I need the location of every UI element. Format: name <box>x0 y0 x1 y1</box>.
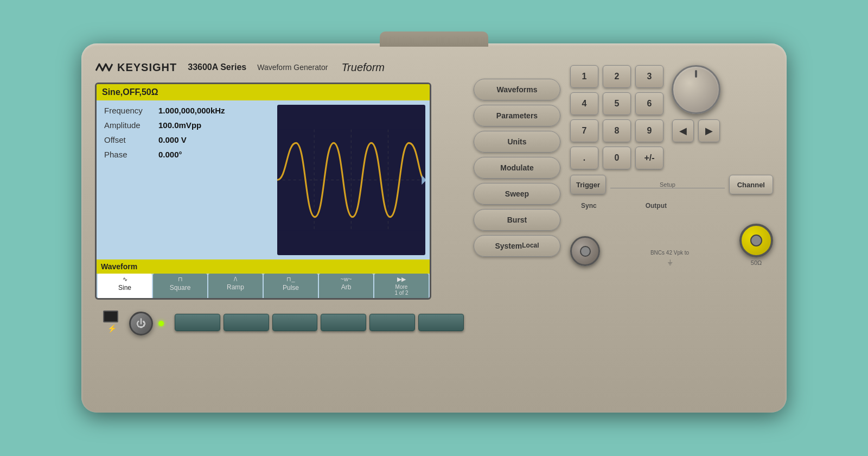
param-label-amp: Amplitude <box>104 121 153 130</box>
brand-logo: KEYSIGHT <box>95 60 177 75</box>
brand-name: KEYSIGHT <box>117 61 177 74</box>
key-dot[interactable]: . <box>570 147 598 169</box>
usb-port <box>103 311 118 322</box>
power-button[interactable]: ⏻ <box>129 312 153 335</box>
key-7[interactable]: 7 <box>570 119 598 142</box>
front-panel: KEYSIGHT 33600A Series Waveform Generato… <box>81 43 787 413</box>
param-row-freq: Frequency 1.000,000,000kHz <box>104 106 270 115</box>
trigger-setup-channel: Trigger Setup Channel <box>570 175 773 194</box>
power-icon: ⏻ <box>136 318 146 330</box>
softkey-sine[interactable]: ∿ Sine <box>98 274 152 298</box>
knob-container <box>672 65 720 114</box>
output-label: Output <box>646 202 667 210</box>
keysight-logo-icon <box>95 60 114 75</box>
more-icon: ▶▶ <box>397 276 406 283</box>
rotary-knob[interactable] <box>672 65 720 114</box>
softkey-btn-5[interactable] <box>369 314 415 331</box>
bnc-sync-inner <box>580 246 591 257</box>
param-row-offset: Offset 0.000 V <box>104 135 270 144</box>
param-value-freq: 1.000,000,000kHz <box>158 106 225 115</box>
sweep-button[interactable]: Sweep <box>474 183 560 205</box>
softkey-sine-label: Sine <box>118 284 131 292</box>
screen-params: Frequency 1.000,000,000kHz Amplitude 100… <box>97 100 277 259</box>
softkey-arb[interactable]: ~w~ Arb <box>319 274 373 298</box>
screen: Sine,OFF,50Ω Frequency 1.000,000,000kHz … <box>95 83 431 300</box>
ohm-label: 50Ω <box>751 259 762 266</box>
channel-button[interactable]: Channel <box>729 175 773 194</box>
param-label-phase: Phase <box>104 150 153 159</box>
brand-row: KEYSIGHT 33600A Series Waveform Generato… <box>95 60 464 75</box>
bnc-output[interactable] <box>739 224 773 257</box>
waveform-label: Waveform <box>101 262 137 271</box>
key-9[interactable]: 9 <box>635 119 663 142</box>
softkey-pulse[interactable]: ⊓_ Pulse <box>264 274 318 298</box>
parameters-button[interactable]: Parameters <box>474 105 560 126</box>
softkey-square-label: Square <box>170 284 191 292</box>
burst-button[interactable]: Burst <box>474 209 560 231</box>
system-local-button[interactable]: SystemLocal <box>474 235 560 257</box>
instrument-body: KEYSIGHT 33600A Series Waveform Generato… <box>81 43 787 413</box>
bnc-info-label: BNCs 42 Vpk to <box>650 250 689 256</box>
keypad: 1 2 3 4 5 6 7 8 9 . 0 +/- <box>570 65 663 169</box>
waveform-generator-label: Waveform Generator <box>257 63 328 72</box>
trueform-text2: form <box>363 61 385 73</box>
right-section: 1 2 3 4 5 6 7 8 9 . 0 +/- <box>570 60 773 399</box>
param-row-amp: Amplitude 100.0mVpp <box>104 121 270 130</box>
setup-label: Setup <box>660 181 675 188</box>
nav-left[interactable]: ◀ <box>672 119 694 142</box>
bnc-sync[interactable] <box>570 236 600 266</box>
param-value-phase: 0.000° <box>158 150 182 159</box>
key-1[interactable]: 1 <box>570 65 598 88</box>
units-button[interactable]: Units <box>474 131 560 153</box>
trueform-label: Trueform <box>341 61 385 74</box>
key-5[interactable]: 5 <box>603 92 631 115</box>
setup-line <box>610 188 725 188</box>
power-section: ⏻ <box>129 312 164 335</box>
key-6[interactable]: 6 <box>635 92 663 115</box>
softkey-btn-1[interactable] <box>175 314 220 331</box>
key-plusminus[interactable]: +/- <box>635 147 663 169</box>
pulse-icon: ⊓_ <box>286 276 295 283</box>
screen-footer: Waveform <box>97 259 430 274</box>
ground-symbol: ⏚ <box>668 257 672 266</box>
waveforms-button[interactable]: Waveforms <box>474 79 560 100</box>
sine-icon: ∿ <box>123 276 127 283</box>
power-led <box>158 321 164 326</box>
bnc-output-inner <box>750 235 762 246</box>
softkey-square[interactable]: ⊓ Square <box>153 274 207 298</box>
softkey-btn-3[interactable] <box>272 314 318 331</box>
key-4[interactable]: 4 <box>570 92 598 115</box>
screen-inner: Sine,OFF,50Ω Frequency 1.000,000,000kHz … <box>97 84 430 298</box>
model-name: 33600A Series <box>188 62 246 72</box>
modulate-button[interactable]: Modulate <box>474 157 560 179</box>
param-row-phase: Phase 0.000° <box>104 150 270 159</box>
square-icon: ⊓ <box>178 276 183 283</box>
left-section: KEYSIGHT 33600A Series Waveform Generato… <box>95 60 464 399</box>
param-value-offset: 0.000 V <box>158 135 187 144</box>
softkey-btn-4[interactable] <box>321 314 366 331</box>
softkey-btn-2[interactable] <box>224 314 269 331</box>
param-value-amp: 100.0mVpp <box>158 121 201 130</box>
trueform-text1: True <box>341 61 363 73</box>
key-2[interactable]: 2 <box>603 65 631 88</box>
key-3[interactable]: 3 <box>635 65 663 88</box>
keypad-and-knob: 1 2 3 4 5 6 7 8 9 . 0 +/- <box>570 65 773 169</box>
softkey-ramp-label: Ramp <box>227 283 244 291</box>
trigger-button[interactable]: Trigger <box>570 175 606 194</box>
softkey-btn-6[interactable] <box>418 314 464 331</box>
sync-label: Sync <box>581 202 597 210</box>
ramp-icon: /\ <box>234 276 237 282</box>
connectors-row: BNCs 42 Vpk to ⏚ 50Ω <box>570 219 773 266</box>
softkey-more[interactable]: ▶▶ More1 of 2 <box>374 274 429 298</box>
usb-symbol: ⚡ <box>107 324 117 333</box>
key-0[interactable]: 0 <box>603 147 631 169</box>
softkey-more-label: More1 of 2 <box>394 284 408 296</box>
screen-main: Frequency 1.000,000,000kHz Amplitude 100… <box>97 100 430 259</box>
key-8[interactable]: 8 <box>603 119 631 142</box>
nav-right[interactable]: ▶ <box>698 119 720 142</box>
knob-indicator <box>695 70 697 78</box>
param-label-offset: Offset <box>104 135 153 144</box>
softkey-ramp[interactable]: /\ Ramp <box>208 274 263 298</box>
arb-icon: ~w~ <box>341 276 352 282</box>
waveform-display <box>277 105 425 255</box>
